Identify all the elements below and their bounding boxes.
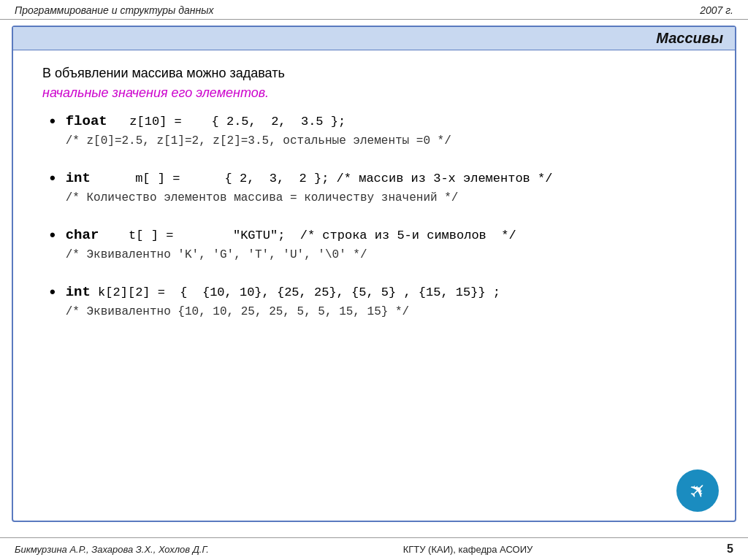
list-item: • float z[10] = { 2.5, 2, 3.5 }; /* z[0]…: [50, 110, 713, 151]
code-examples-list: • float z[10] = { 2.5, 2, 3.5 }; /* z[0]…: [50, 110, 713, 322]
slide-title: Массивы: [13, 27, 735, 50]
int-comment: /* Количество элементов массива = количе…: [66, 189, 553, 208]
list-item: • int k[2][2] = { {10, 10}, {25, 25}, {5…: [50, 281, 713, 322]
int2d-code-rest: k[2][2] = { {10, 10}, {25, 25}, {5, 5} ,…: [91, 285, 500, 299]
list-item: • int m[ ] = { 2, 3, 2 }; /* массив из 3…: [50, 167, 713, 208]
int-keyword: int: [66, 170, 91, 186]
char-keyword: char: [66, 227, 99, 243]
bullet-dot: •: [50, 283, 56, 302]
footer-authors: Бикмурзина А.Р., Захарова З.Х., Хохлов Д…: [15, 544, 209, 555]
char-example: char t[ ] = "KGTU"; /* строка из 5-и сим…: [66, 224, 516, 265]
int2d-example: int k[2][2] = { {10, 10}, {25, 25}, {5, …: [66, 281, 500, 322]
intro-text-before: В объявлении массива можно задавать: [42, 66, 285, 80]
intro-highlight: начальные значения его элементов.: [42, 85, 269, 100]
header-year: 2007 г.: [700, 4, 733, 16]
float-example: float z[10] = { 2.5, 2, 3.5 }; /* z[0]=2…: [66, 110, 451, 151]
bullet-dot: •: [50, 226, 56, 245]
float-code-line: float z[10] = { 2.5, 2, 3.5 };: [66, 110, 451, 132]
main-content-area: Массивы В объявлении массива можно задав…: [12, 26, 736, 522]
float-keyword: float: [66, 113, 107, 129]
intro-paragraph: В объявлении массива можно задавать нача…: [42, 64, 713, 103]
int-example: int m[ ] = { 2, 3, 2 }; /* массив из 3-х…: [66, 167, 553, 208]
header: Программирование и структуры данных 2007…: [0, 0, 748, 20]
airplane-icon: ✈: [683, 476, 712, 505]
int2d-code-line: int k[2][2] = { {10, 10}, {25, 25}, {5, …: [66, 281, 500, 303]
char-code-line: char t[ ] = "KGTU"; /* строка из 5-и сим…: [66, 224, 516, 246]
airplane-circle: ✈: [676, 469, 719, 512]
float-comment: /* z[0]=2.5, z[1]=2, z[2]=3.5, остальные…: [66, 132, 451, 151]
header-title: Программирование и структуры данных: [15, 4, 214, 16]
char-code-rest: t[ ] = "KGTU"; /* строка из 5-и символов…: [99, 229, 516, 242]
int2d-comment: /* Эквивалентно {10, 10, 25, 25, 5, 5, 1…: [66, 303, 500, 322]
bullet-dot: •: [50, 169, 56, 188]
footer-page: 5: [727, 542, 733, 556]
int-code-line: int m[ ] = { 2, 3, 2 }; /* массив из 3-х…: [66, 167, 553, 189]
float-code-rest: z[10] = { 2.5, 2, 3.5 };: [107, 115, 346, 129]
content-area: В объявлении массива можно задавать нача…: [13, 50, 735, 345]
bullet-dot: •: [50, 112, 56, 131]
int2d-keyword: int: [66, 284, 91, 300]
int-code-rest: m[ ] = { 2, 3, 2 }; /* массив из 3-х эле…: [91, 172, 553, 185]
char-comment: /* Эквивалентно 'K', 'G', 'T', 'U', '\0'…: [66, 246, 516, 265]
list-item: • char t[ ] = "KGTU"; /* строка из 5-и с…: [50, 224, 713, 265]
footer-org: КГТУ (КАИ), кафедра АСОИУ: [403, 544, 533, 555]
airplane-logo: ✈: [676, 469, 720, 513]
footer: Бикмурзина А.Р., Захарова З.Х., Хохлов Д…: [0, 537, 748, 560]
